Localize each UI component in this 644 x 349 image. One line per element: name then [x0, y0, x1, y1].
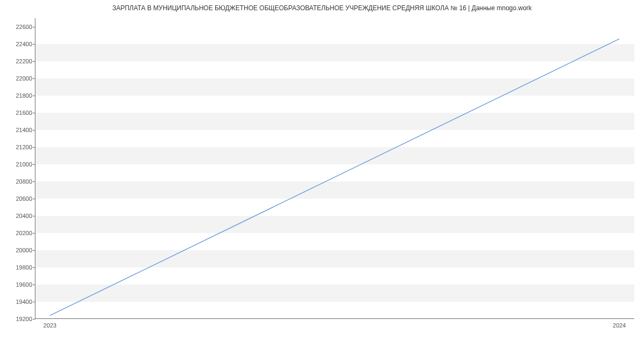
y-tick-label: 20400 — [3, 213, 32, 219]
y-tick-mark — [33, 199, 35, 199]
grid-band — [35, 78, 634, 96]
y-tick-mark — [33, 250, 35, 251]
plot-area — [35, 18, 634, 319]
grid-band — [35, 113, 634, 130]
y-tick-mark — [33, 302, 35, 302]
y-tick-label: 22400 — [3, 41, 32, 47]
y-tick-label: 21000 — [3, 161, 32, 168]
y-tick-mark — [33, 78, 35, 79]
y-tick-mark — [33, 27, 35, 27]
y-tick-mark — [33, 233, 35, 234]
y-tick-label: 19800 — [3, 264, 32, 271]
y-tick-label: 19600 — [3, 281, 32, 288]
x-tick-label: 2024 — [613, 322, 626, 329]
y-tick-mark — [33, 147, 35, 148]
grid-band — [35, 181, 634, 199]
y-tick-label: 19200 — [3, 316, 32, 322]
y-tick-label: 21600 — [3, 110, 32, 116]
y-tick-label: 20800 — [3, 178, 32, 185]
y-tick-label: 20000 — [3, 247, 32, 253]
y-tick-mark — [33, 96, 35, 96]
y-tick-label: 22200 — [3, 58, 32, 64]
y-tick-label: 22000 — [3, 75, 32, 82]
y-tick-mark — [33, 216, 35, 216]
y-tick-label: 21200 — [3, 144, 32, 150]
y-tick-mark — [33, 130, 35, 130]
chart-title: ЗАРПЛАТА В МУНИЦИПАЛЬНОЕ БЮДЖЕТНОЕ ОБЩЕО… — [0, 4, 644, 12]
y-tick-label: 19400 — [3, 299, 32, 305]
x-tick-label: 2023 — [43, 322, 56, 329]
grid-band — [35, 250, 634, 267]
grid-band — [35, 216, 634, 233]
y-tick-label: 21400 — [3, 127, 32, 133]
y-tick-mark — [33, 61, 35, 62]
grid-band — [35, 285, 634, 302]
y-tick-label: 20600 — [3, 195, 32, 202]
chart-container: ЗАРПЛАТА В МУНИЦИПАЛЬНОЕ БЮДЖЕТНОЕ ОБЩЕО… — [0, 0, 644, 349]
y-tick-mark — [33, 113, 35, 113]
y-tick-mark — [33, 181, 35, 182]
y-tick-mark — [33, 285, 35, 285]
grid-band — [35, 147, 634, 164]
y-tick-mark — [33, 267, 35, 268]
y-tick-label: 20200 — [3, 230, 32, 236]
y-tick-mark — [33, 44, 35, 45]
y-tick-label: 21800 — [3, 92, 32, 99]
y-tick-label: 22600 — [3, 24, 32, 30]
y-tick-mark — [33, 164, 35, 165]
y-tick-mark — [33, 319, 35, 319]
grid-band — [35, 44, 634, 61]
